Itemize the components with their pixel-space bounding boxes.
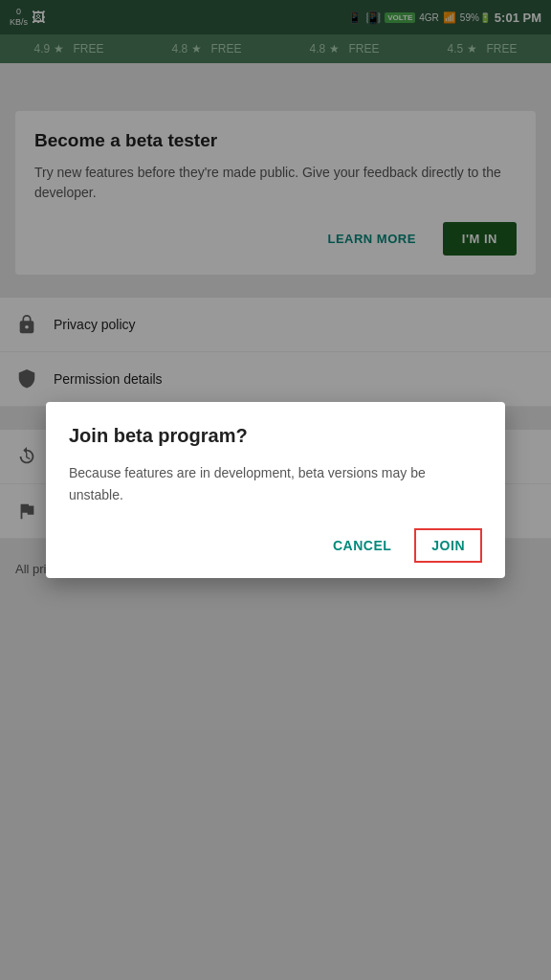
dialog-actions: CANCEL JOIN	[69, 528, 482, 563]
dialog-title: Join beta program?	[69, 425, 482, 447]
join-button[interactable]: JOIN	[414, 528, 482, 563]
join-beta-dialog: Join beta program? Because features are …	[46, 402, 505, 578]
dialog-body: Because features are in development, bet…	[69, 462, 482, 505]
dialog-overlay: Join beta program? Because features are …	[0, 0, 551, 980]
cancel-button[interactable]: CANCEL	[318, 528, 407, 563]
